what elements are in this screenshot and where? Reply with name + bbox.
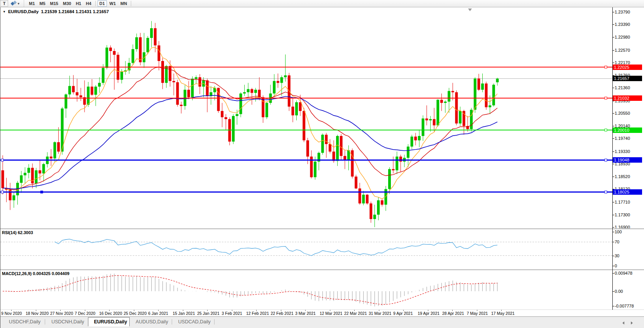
current-price-badge: 1.21657	[613, 76, 642, 81]
tab-scroll-right-icon[interactable]	[631, 321, 633, 325]
price-tick-label: 1.23390	[615, 22, 630, 27]
tab-audusd[interactable]: AUDUSD,Daily	[130, 318, 172, 326]
date-label: 17 May 2021	[491, 311, 515, 316]
level-price-badge: 1.18025	[613, 189, 642, 195]
timeframe-button-m5[interactable]: M5	[37, 0, 47, 7]
date-label: 12 Feb 2021	[246, 311, 269, 316]
date-label: 25 Dec 2020	[124, 311, 147, 316]
date-label: 19 Apr 2021	[418, 311, 440, 316]
date-label: 22 Mar 2021	[344, 311, 367, 316]
level-price-badge: 1.20010	[613, 127, 642, 133]
date-axis[interactable]: 9 Nov 202018 Nov 202027 Nov 20207 Dec 20…	[0, 310, 644, 316]
chart-window: ▼ EURUSD,Daily 1.21539 1.21684 1.21431 1…	[0, 7, 644, 328]
level-price-badge: 1.22025	[613, 65, 642, 70]
toolbar-separator	[95, 1, 96, 6]
date-label: 16 Dec 2020	[99, 311, 122, 316]
price-tick-label: 1.23790	[615, 10, 630, 14]
price-tick-label: 1.19740	[615, 136, 630, 141]
candlestick-chart	[0, 7, 612, 228]
date-label: 7 Dec 2020	[75, 311, 96, 316]
timeframe-group: M1M5M15M30H1H4D1W1MN	[27, 0, 129, 7]
toolbar-grip	[23, 0, 25, 7]
timeframe-button-d1[interactable]: D1	[98, 0, 107, 7]
date-label: 15 Jan 2021	[173, 311, 195, 316]
timeframe-button-h1[interactable]: H1	[74, 0, 83, 7]
timeframe-button-h4[interactable]: H4	[84, 0, 93, 7]
tab-usdcnh[interactable]: USDCNH,Daily	[46, 318, 87, 326]
rsi-panel[interactable]: RSI(14) 62.3003 10070300	[0, 229, 644, 269]
price-tick-label: 1.21360	[615, 85, 630, 90]
timeframe-button-m30[interactable]: M30	[61, 0, 73, 7]
macd-chart	[0, 270, 612, 309]
rsi-tick-label: 100	[615, 229, 622, 234]
price-tick-label: 1.19330	[615, 149, 630, 154]
price-tick-label: 1.17710	[615, 200, 630, 204]
chart-tab-bar: USDCHF,DailyUSDCNH,DailyEURUSD,DailyAUDU…	[0, 316, 644, 328]
price-tick-label: 1.20550	[615, 111, 630, 116]
rsi-tick-label: 30	[615, 253, 619, 258]
tab-separator	[214, 319, 215, 325]
chart-ohlc-values: 1.21539 1.21684 1.21431 1.21657	[41, 9, 109, 14]
macd-tick-label: 0.00	[615, 289, 623, 294]
price-tick-label: 1.16900	[615, 225, 630, 228]
macd-label: MACD(12,26,9) 0.004325 0.004409	[2, 271, 69, 276]
date-label: 9 Apr 2021	[393, 311, 413, 316]
tab-eurusd[interactable]: EURUSD,Daily	[88, 317, 129, 326]
price-tick-label: 1.18520	[615, 174, 630, 179]
date-label: 31 Mar 2021	[369, 311, 392, 316]
rsi-tick-label: 0	[615, 263, 617, 268]
toolbar: T ▾ M1M5M15M30H1H4D1W1MN	[0, 0, 644, 7]
mt4-window: T ▾ M1M5M15M30H1H4D1W1MN ▼ EURUSD,Daily …	[0, 0, 644, 328]
date-label: 28 Apr 2021	[442, 311, 464, 316]
date-label: 22 Feb 2021	[271, 311, 294, 316]
date-label: 3 Mar 2021	[295, 311, 316, 316]
tab-scroll-left-icon[interactable]	[622, 321, 624, 325]
text-tool-button[interactable]: T	[0, 0, 8, 7]
price-tick-label: 1.22980	[615, 35, 630, 39]
date-label: 6 Jan 2021	[148, 311, 168, 316]
level-price-badge: 1.21032	[613, 95, 642, 101]
date-label: 3 Feb 2021	[222, 311, 242, 316]
tab-separator	[45, 319, 45, 325]
objects-dropdown-button[interactable]: ▾	[9, 0, 21, 7]
timeframe-button-w1[interactable]: W1	[108, 0, 118, 7]
tab-separator	[172, 319, 172, 325]
macd-tick-label: -0.007778	[615, 304, 634, 308]
rsi-label: RSI(14) 62.3003	[2, 230, 33, 235]
chart-title: ▼ EURUSD,Daily 1.21539 1.21684 1.21431 1…	[3, 9, 109, 14]
collapse-icon[interactable]: ▼	[3, 10, 6, 14]
price-tick-label: 1.22570	[615, 48, 630, 53]
tab-usdcad[interactable]: USDCAD,Daily	[173, 318, 214, 326]
price-chart-panel[interactable]: ▼ EURUSD,Daily 1.21539 1.21684 1.21431 1…	[0, 7, 644, 228]
date-label: 9 Nov 2020	[1, 311, 22, 316]
macd-panel[interactable]: MACD(12,26,9) 0.004325 0.004409 0.009478…	[0, 270, 644, 309]
timeframe-button-m1[interactable]: M1	[27, 0, 37, 7]
macd-tick-label: 0.009478	[615, 271, 632, 275]
toolbar-separator	[131, 1, 131, 6]
rsi-tick-label: 70	[615, 240, 619, 244]
date-label: 7 May 2021	[467, 311, 488, 316]
diamond-objects-icon	[11, 1, 17, 6]
price-tick-label: 1.17300	[615, 212, 630, 217]
date-label: 18 Nov 2020	[26, 311, 49, 316]
rsi-chart	[0, 229, 612, 269]
date-label: 25 Jan 2021	[197, 311, 220, 316]
date-label: 12 Mar 2021	[320, 311, 343, 316]
timeframe-button-mn[interactable]: MN	[118, 0, 129, 7]
chevron-down-icon: ▾	[18, 2, 19, 5]
tab-usdchf[interactable]: USDCHF,Daily	[3, 318, 45, 326]
date-label: 27 Nov 2020	[50, 311, 73, 316]
timeframe-button-m15[interactable]: M15	[48, 0, 60, 7]
level-price-badge: 1.19048	[613, 157, 642, 163]
chart-symbol-label: EURUSD,Daily	[8, 9, 39, 14]
